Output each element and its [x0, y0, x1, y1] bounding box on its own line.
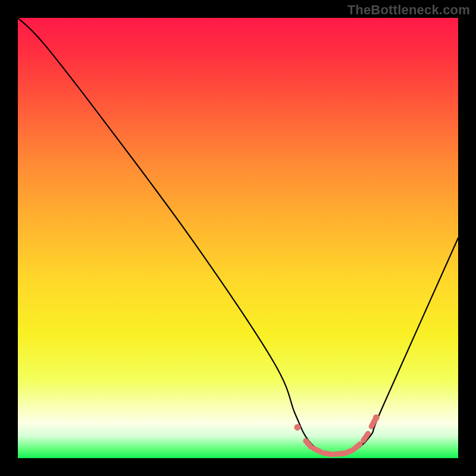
- plot-area: [18, 18, 458, 458]
- marker-dash: [353, 444, 360, 449]
- curve-svg: [18, 18, 458, 458]
- marker-dot: [294, 424, 300, 431]
- watermark-text: TheBottleneck.com: [347, 2, 470, 18]
- marker-dash: [314, 449, 321, 452]
- marker-dash: [324, 453, 333, 454]
- bottleneck-curve: [18, 18, 458, 456]
- chart-frame: TheBottleneck.com: [0, 0, 476, 476]
- marker-dash: [345, 450, 352, 453]
- highlight-markers: [294, 414, 379, 454]
- marker-dot: [373, 414, 380, 421]
